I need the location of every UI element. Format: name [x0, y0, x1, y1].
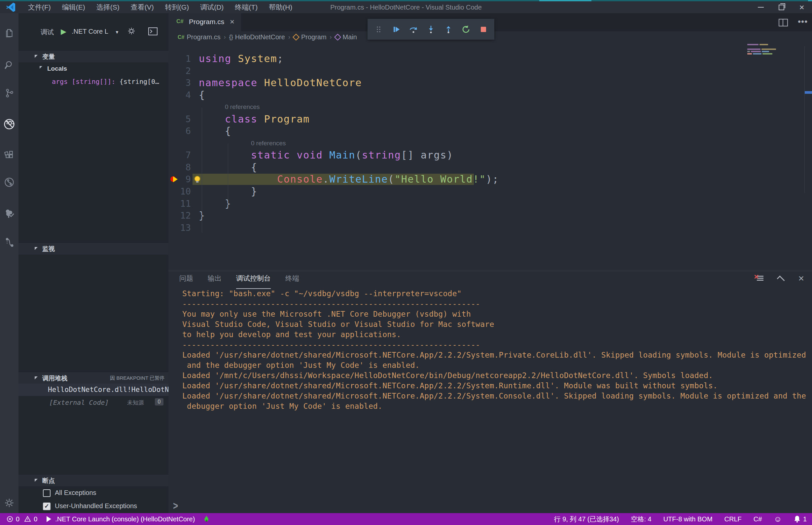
debug-panel-title: 调试	[41, 28, 54, 37]
step-into-button[interactable]	[424, 22, 438, 37]
restart-button[interactable]	[459, 22, 473, 37]
menu-help[interactable]: 帮助(H)	[263, 3, 298, 12]
toolbar-drag-handle[interactable]	[371, 22, 386, 37]
codelens-row: 0 references	[168, 101, 812, 113]
language-mode[interactable]: C#	[754, 515, 762, 523]
line-number: 12	[168, 210, 191, 222]
console-output[interactable]: Starting: "bash.exe" -c "~/vsdbg/vsdbg -…	[182, 289, 810, 411]
menu-file[interactable]: 文件(F)	[22, 3, 57, 12]
code-lines[interactable]: 1using System;23namespace HelloDotNetCor…	[168, 53, 812, 234]
panel-tab-bar: 问题 输出 调试控制台 终端	[179, 274, 299, 287]
menu-bar: 文件(F) 编辑(E) 选择(S) 查看(V) 转到(G) 调试(D) 终端(T…	[22, 1, 298, 13]
close-panel-icon[interactable]: ×	[798, 275, 804, 282]
code-text: static void Main(string[] args)	[199, 149, 453, 162]
console-input-prompt[interactable]: >	[173, 499, 178, 512]
clear-console-icon[interactable]: ✕	[755, 275, 764, 282]
console-line: ----------------------------------------…	[182, 299, 810, 309]
breadcrumb-class[interactable]: Program	[301, 33, 327, 41]
start-debug-button[interactable]: ▶	[61, 27, 66, 36]
more-actions-icon[interactable]: •••	[798, 16, 808, 27]
collapse-triangle-icon	[35, 376, 37, 379]
locals-tree-item[interactable]: Locals	[18, 63, 168, 75]
code-text: {	[199, 125, 231, 137]
variable-args-item[interactable]: args [string[]]: {string[0…	[18, 76, 168, 88]
test-explorer-icon[interactable]	[0, 204, 18, 223]
explorer-icon[interactable]	[0, 24, 18, 42]
tab-close-icon[interactable]: ×	[230, 17, 235, 26]
close-button[interactable]: ×	[792, 1, 812, 13]
minimize-icon	[758, 7, 764, 7]
breakpoint-all-exceptions[interactable]: All Exceptions	[18, 487, 168, 500]
code-row: 2	[168, 65, 812, 77]
chevron-right-icon: ›	[288, 34, 290, 41]
indentation-setting[interactable]: 空格: 4	[631, 515, 651, 524]
maximize-panel-icon[interactable]	[777, 275, 785, 283]
extensions-icon[interactable]	[0, 146, 18, 164]
menu-selection[interactable]: 选择(S)	[91, 3, 125, 12]
breadcrumb-file[interactable]: Program.cs	[186, 33, 220, 41]
collapse-triangle-icon	[35, 479, 37, 482]
configure-gear-icon[interactable]	[127, 26, 136, 37]
tab-program-cs[interactable]: C# Program.cs ×	[168, 13, 241, 31]
tab-output[interactable]: 输出	[208, 274, 222, 287]
open-console-icon[interactable]	[148, 27, 158, 37]
step-over-button[interactable]	[406, 22, 421, 37]
config-dropdown-caret-icon[interactable]: ▼	[115, 30, 119, 35]
code-row: 5 class Program	[168, 113, 812, 125]
chevron-right-icon: ›	[224, 34, 226, 41]
tab-problems[interactable]: 问题	[179, 274, 193, 287]
line-number: 3	[168, 77, 191, 89]
menu-debug[interactable]: 调试(D)	[195, 3, 229, 12]
problems-status[interactable]: 0 0	[6, 515, 37, 523]
tab-debug-console[interactable]: 调试控制台	[236, 274, 271, 287]
line-number: 2	[168, 65, 191, 77]
menu-edit[interactable]: 编辑(E)	[57, 3, 91, 12]
restore-icon	[779, 5, 784, 10]
activity-bar	[0, 13, 18, 513]
cursor-position[interactable]: 行 9, 列 47 (已选择34)	[554, 515, 619, 524]
collapse-triangle-icon	[35, 247, 37, 250]
minimap[interactable]	[747, 44, 777, 56]
breadcrumb-method[interactable]: Main	[343, 33, 357, 41]
stack-frame-external[interactable]: [External Code] 未知源 0	[18, 396, 168, 408]
variable-name: args [string[]]:	[52, 78, 116, 86]
code-text: namespace HelloDotNetCore	[199, 77, 362, 89]
launch-config-select[interactable]: .NET Core L	[72, 28, 108, 35]
tab-terminal[interactable]: 终端	[285, 274, 299, 287]
watch-section-header[interactable]: 监视	[18, 242, 168, 255]
menu-view[interactable]: 查看(V)	[125, 3, 160, 12]
settings-gear-icon[interactable]	[0, 494, 18, 512]
menu-goto[interactable]: 转到(G)	[160, 3, 195, 12]
notifications-bell[interactable]: 1	[794, 515, 807, 523]
console-line: Loaded '/mnt/c/Users/dhssi/Workspace/Hel…	[182, 371, 810, 381]
stop-button[interactable]	[476, 22, 491, 37]
continue-button[interactable]	[389, 22, 403, 37]
history-icon[interactable]	[0, 173, 18, 192]
debug-icon-active[interactable]	[0, 115, 18, 133]
breadcrumb-namespace[interactable]: HelloDotNetCore	[235, 33, 285, 41]
split-editor-icon[interactable]	[779, 19, 788, 26]
callstack-section-header[interactable]: 调用堆栈 因 BREAKPOINT 已暂停	[18, 372, 168, 384]
search-icon[interactable]	[0, 56, 18, 74]
minimize-button[interactable]	[751, 1, 771, 13]
warning-icon	[24, 516, 31, 522]
step-out-button[interactable]	[441, 22, 456, 37]
breakpoint-user-unhandled[interactable]: User-Unhandled Exceptions	[18, 500, 168, 513]
source-control-icon[interactable]	[0, 84, 18, 102]
feedback-smiley-icon[interactable]: ☺	[774, 515, 782, 523]
variables-section-header[interactable]: 变量	[18, 50, 168, 62]
checkbox-unchecked[interactable]	[43, 489, 50, 497]
menu-terminal[interactable]: 终端(T)	[229, 3, 263, 12]
flame-icon[interactable]	[203, 515, 210, 523]
eol-setting[interactable]: CRLF	[724, 515, 742, 523]
git-graph-icon[interactable]	[0, 233, 18, 252]
status-bar-left: 0 0 .NET Core Launch (console) (HelloDot…	[6, 513, 210, 525]
encoding-setting[interactable]: UTF-8 with BOM	[663, 515, 712, 523]
checkbox-checked[interactable]	[43, 502, 50, 510]
debug-launch-status[interactable]: .NET Core Launch (console) (HelloDotNetC…	[41, 515, 195, 523]
restore-button[interactable]	[771, 1, 792, 13]
code-row: 9 Console.WriteLine("Hello World!");	[168, 173, 812, 185]
breakpoints-section-header[interactable]: 断点	[18, 474, 168, 486]
stack-frame-main[interactable]: HelloDotNetCore.dll!HelloDotN	[18, 384, 168, 396]
callstack-section-label: 调用堆栈	[42, 374, 67, 383]
